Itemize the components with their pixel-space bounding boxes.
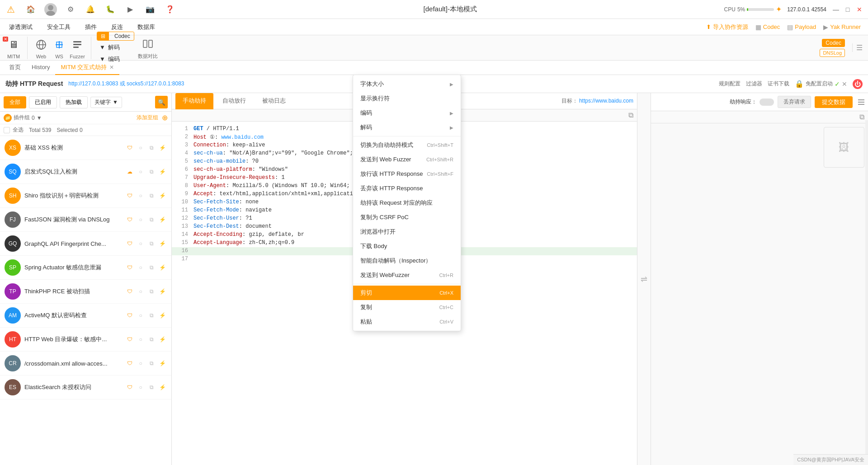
list-item[interactable]: CR /crossdomain.xml allow-acces... 🛡 ○ ⧉… <box>0 352 171 376</box>
circle-icon[interactable]: ○ <box>136 239 145 248</box>
import-resource-button[interactable]: ⬆ 导入协作资源 <box>706 23 748 31</box>
ctx-cut[interactable]: 剪切 Ctrl+X <box>353 286 461 300</box>
list-item[interactable]: SQ 启发式SQL注入检测 ☁ ○ ⧉ ⚡ <box>0 160 171 184</box>
circle-icon[interactable]: ○ <box>136 167 145 176</box>
list-item[interactable]: GQ GraphQL API Fingerprint Che... 🛡 ○ ⧉ … <box>0 232 171 256</box>
yak-runner-menu-button[interactable]: ▶ Yak Runner <box>823 23 861 31</box>
ctx-show-newline[interactable]: 显示换行符 <box>353 91 461 106</box>
ctx-download-body[interactable]: 下载 Body <box>353 239 461 254</box>
filter-button[interactable]: 过滤器 <box>746 80 762 88</box>
lightning-icon[interactable]: ⚡ <box>158 359 167 368</box>
copy-icon[interactable]: ⧉ <box>147 383 156 392</box>
list-item[interactable]: HT HTTP Web 目录爆破：敏感中... 🛡 ○ ⧉ ⚡ <box>0 328 171 352</box>
close-button[interactable]: ✕ <box>855 5 863 14</box>
expand-icon[interactable] <box>858 99 864 105</box>
avatar-icon[interactable] <box>44 3 57 16</box>
list-item[interactable]: AM ActiveMQ 默认密码检查 🛡 ○ ⧉ ⚡ <box>0 304 171 328</box>
ws-button[interactable]: WS <box>51 37 67 59</box>
stop-button[interactable]: ⏻ <box>853 79 863 89</box>
copy-icon[interactable]: ⧉ <box>147 143 156 152</box>
filter-enabled-button[interactable]: 已启用 <box>29 96 57 108</box>
minimize-button[interactable]: — <box>832 5 840 14</box>
lightning-icon[interactable]: ⚡ <box>158 167 167 176</box>
list-item[interactable]: SH Shiro 指纹识别＋弱密码检测 🛡 ○ ⧉ ⚡ <box>0 184 171 208</box>
hijack-toggle-switch[interactable] <box>760 99 774 106</box>
lightning-icon[interactable]: ⚡ <box>158 335 167 344</box>
ctx-copy-csrf[interactable]: 复制为 CSRF PoC <box>353 210 461 225</box>
ctx-send-to-webfuzzer[interactable]: 发送到 WebFuzzer Ctrl+R <box>353 268 461 282</box>
decode-button[interactable]: ▼ 解码 <box>97 42 134 52</box>
circle-icon[interactable]: ○ <box>136 335 145 344</box>
menu-security-tools[interactable]: 安全工具 <box>45 23 72 31</box>
bell-icon[interactable]: 🔔 <box>84 3 97 16</box>
circle-icon[interactable]: ○ <box>136 383 145 392</box>
keyword-select[interactable]: 关键字 ▼ <box>90 97 122 108</box>
terminal-icon[interactable]: ▶ <box>124 3 137 16</box>
circle-icon[interactable]: ○ <box>136 287 145 296</box>
lightning-icon[interactable]: ⚡ <box>158 239 167 248</box>
copy-icon[interactable]: ⧉ <box>147 335 156 344</box>
add-group-button[interactable]: 添加至组 <box>137 114 158 122</box>
copy-icon[interactable]: ⧉ <box>147 263 156 272</box>
home-icon[interactable]: 🏠 <box>24 3 37 16</box>
menu-plugins[interactable]: 插件 <box>83 23 99 31</box>
tab-mitm[interactable]: MITM 交互式劫持 ✕ <box>55 61 119 75</box>
copy-icon[interactable]: ⧉ <box>147 311 156 320</box>
circle-icon[interactable]: ○ <box>136 143 145 152</box>
web-button[interactable]: Web <box>33 37 49 59</box>
add-group-icon[interactable]: ⊕ <box>162 113 168 122</box>
submit-button[interactable]: 提交数据 <box>815 96 853 108</box>
list-item[interactable]: ES ElasticSearch 未授权访问 🛡 ○ ⧉ ⚡ <box>0 376 171 399</box>
ctx-send-to-web-fuzzer[interactable]: 发送到 Web Fuzzer Ctrl+Shift+R <box>353 152 461 167</box>
list-item[interactable]: FJ FastJSON 漏洞检测 via DNSLog 🛡 ○ ⧉ ⚡ <box>0 208 171 232</box>
lightning-icon[interactable]: ⚡ <box>158 263 167 272</box>
menu-pentest[interactable]: 渗透测试 <box>7 23 34 31</box>
tab-manual-hijack[interactable]: 手动劫持 <box>175 93 213 109</box>
lightning-icon[interactable]: ⚡ <box>158 191 167 200</box>
codec-icon-btn[interactable]: ⊞ <box>97 32 109 40</box>
list-item[interactable]: TP ThinkPHP RCE 被动扫描 🛡 ○ ⧉ ⚡ <box>0 280 171 304</box>
filter-hot-load-button[interactable]: 热加载 <box>60 96 88 108</box>
right-scrollbar[interactable] <box>865 120 868 465</box>
copy-icon[interactable]: ⧉ <box>147 359 156 368</box>
tab-passive-log[interactable]: 被动日志 <box>255 93 293 109</box>
payload-menu-button[interactable]: ▤ Payload <box>787 23 816 31</box>
ctx-font-size[interactable]: 字体大小 ▶ <box>353 77 461 91</box>
cert-download-button[interactable]: 证书下载 <box>768 80 789 88</box>
abandon-button[interactable]: 丢弃请求 <box>778 96 811 108</box>
tab-home[interactable]: 首页 <box>4 61 26 75</box>
mitm-button[interactable]: 🖥 ✕ MITM <box>5 37 22 59</box>
select-all-label[interactable]: 全选 <box>13 126 24 134</box>
copy-icon[interactable]: ⧉ <box>147 287 156 296</box>
alert-icon[interactable]: ⚠ <box>5 3 17 16</box>
compare-button[interactable]: 数据对比 <box>138 36 158 60</box>
ctx-open-browser[interactable]: 浏览器中打开 <box>353 225 461 239</box>
tab-history[interactable]: History <box>26 61 55 75</box>
maximize-button[interactable]: □ <box>844 5 852 14</box>
codec-label-btn[interactable]: Codec <box>111 32 134 40</box>
circle-icon[interactable]: ○ <box>136 359 145 368</box>
right-copy-icon[interactable]: ⧉ <box>859 113 864 121</box>
menu-toggle-icon[interactable]: ☰ <box>856 43 863 52</box>
ctx-copy[interactable]: 复制 Ctrl+C <box>353 300 461 315</box>
lightning-icon[interactable]: ⚡ <box>158 143 167 152</box>
lightning-icon[interactable]: ⚡ <box>158 311 167 320</box>
close-config-icon[interactable]: ✕ <box>842 80 847 88</box>
list-item[interactable]: SP Spring Actuator 敏感信息泄漏 🛡 ○ ⧉ ⚡ <box>0 256 171 280</box>
bug-icon[interactable]: 🐛 <box>104 3 117 16</box>
lightning-icon[interactable]: ⚡ <box>158 383 167 392</box>
tab-mitm-close[interactable]: ✕ <box>109 64 114 70</box>
lightning-icon[interactable]: ⚡ <box>158 287 167 296</box>
ctx-pass-http-response[interactable]: 放行该 HTTP Response Ctrl+Shift+F <box>353 167 461 181</box>
menu-database[interactable]: 数据库 <box>136 23 157 31</box>
circle-icon[interactable]: ○ <box>136 263 145 272</box>
ctx-switch-auto-hijack[interactable]: 切换为自动劫持模式 Ctrl+Shift+T <box>353 138 461 152</box>
ctx-discard-http-response[interactable]: 丢弃该 HTTP Response <box>353 181 461 196</box>
copy-icon[interactable]: ⧉ <box>147 167 156 176</box>
ctx-smart-decode[interactable]: 智能自动解码（Inspector） <box>353 254 461 268</box>
settings-icon[interactable]: ⚙ <box>64 3 77 16</box>
search-button[interactable]: 🔍 <box>155 96 168 108</box>
copy-icon[interactable]: ⧉ <box>147 215 156 224</box>
copy-icon[interactable]: ⧉ <box>147 191 156 200</box>
ctx-encode[interactable]: 编码 ▶ <box>353 106 461 120</box>
